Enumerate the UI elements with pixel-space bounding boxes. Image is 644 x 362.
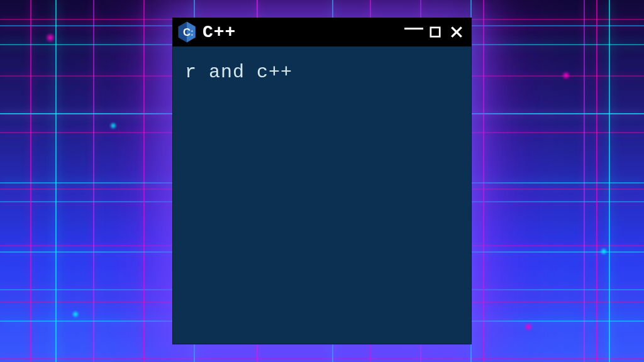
svg-rect-5 xyxy=(431,28,440,36)
editor-content[interactable]: r and c++ xyxy=(172,47,472,344)
minimize-button[interactable]: — xyxy=(405,23,423,41)
app-window: C + + C++ — r and c++ xyxy=(172,18,472,344)
title-bar[interactable]: C + + C++ — xyxy=(172,18,472,47)
maximize-button[interactable] xyxy=(426,23,444,41)
close-button[interactable] xyxy=(448,23,465,41)
window-title: C++ xyxy=(203,23,399,42)
svg-text:+: + xyxy=(191,29,194,33)
window-controls: — xyxy=(405,23,465,41)
editor-text: r and c++ xyxy=(185,62,292,83)
cpp-icon: C + + xyxy=(177,21,196,43)
svg-text:+: + xyxy=(191,33,194,36)
svg-text:C: C xyxy=(183,26,191,38)
